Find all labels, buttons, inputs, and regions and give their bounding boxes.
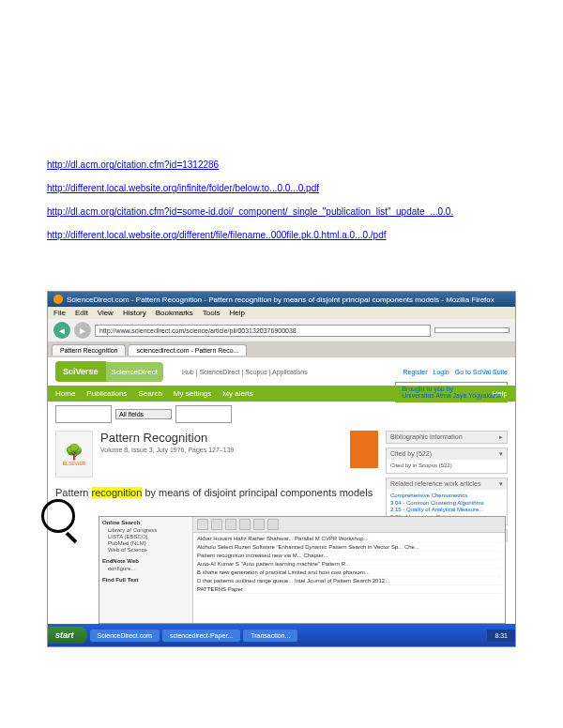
hyperlink-3[interactable]: http://dl.acm.org/citation.cfm?id=some-i… [47, 206, 516, 217]
menu-history[interactable]: History [123, 309, 146, 317]
firefox-icon [53, 295, 63, 304]
nav-publications[interactable]: Publications [86, 389, 127, 398]
hyperlink-1[interactable]: http://dl.acm.org/citation.cfm?id=131228… [47, 159, 516, 170]
window-title: ScienceDirect.com - Pattern Recognition … [67, 296, 495, 304]
tab-1[interactable]: Pattern Recognition [52, 344, 126, 356]
en-item[interactable]: configure... [102, 566, 190, 571]
journal-cover[interactable] [350, 431, 378, 468]
browser-screenshot: ScienceDirect.com - Pattern Recognition … [47, 291, 516, 647]
window-titlebar: ScienceDirect.com - Pattern Recognition … [48, 292, 515, 307]
search-input[interactable] [434, 327, 510, 333]
nav-search[interactable]: Search [138, 389, 161, 398]
sidebar-biblio-head[interactable]: Bibliographic information▸ [387, 432, 507, 443]
sd-search-input-2[interactable] [175, 405, 232, 423]
en-item[interactable]: Library of Congress [102, 527, 190, 533]
url-input[interactable]: http://www.sciencedirect.com/science/art… [95, 325, 431, 337]
tray-clock: 8:31 [495, 632, 508, 639]
endnote-toolbar [193, 517, 505, 533]
en-item[interactable]: LISTA (EBSCO) [102, 534, 190, 539]
top-nav[interactable]: Hub | ScienceDirect | Scopus | Applicati… [182, 369, 308, 375]
journal-issue: Volume 8, Issue 3, July 1976, Pages 127–… [100, 447, 234, 453]
register-link[interactable]: Register [403, 369, 427, 375]
forward-button[interactable]: ► [74, 322, 91, 339]
en-ref-row[interactable]: B shahe new generation of practical Limi… [197, 569, 501, 577]
institution-box: Brought to you by Universitas Atma Jaya … [395, 382, 508, 402]
taskbar-item[interactable]: ScienceDirect.com [90, 629, 160, 642]
menu-bar[interactable]: File Edit View History Bookmarks Tools H… [48, 307, 515, 319]
endnote-window: Online Search Library of Congress LISTA … [99, 516, 506, 624]
taskbar-item[interactable]: sciencedirect-Paper... [162, 629, 240, 642]
sciencedirect-logo[interactable]: ScienceDirect [106, 362, 163, 382]
en-item[interactable]: PubMed (NLM) [102, 540, 190, 546]
back-button[interactable]: ◄ [53, 322, 70, 339]
sd-field-dropdown[interactable]: All fields [115, 409, 172, 419]
en-group-online[interactable]: Online Search [102, 520, 190, 525]
taskbar-item[interactable]: Transaction... [243, 629, 297, 642]
nav-toolbar: ◄ ► http://www.sciencedirect.com/science… [48, 319, 515, 342]
hyperlink-4[interactable]: http://different.local.website.org/diffe… [47, 230, 516, 240]
system-tray[interactable]: 8:31 [487, 629, 515, 642]
en-tool-icon[interactable] [253, 519, 265, 530]
en-ref-row[interactable]: Aldholo Select Rozen Software "Enhanced … [197, 543, 501, 552]
en-tool-icon[interactable] [197, 519, 208, 530]
en-ref-row[interactable]: Akbar Husaini Hafiz Rather Shahwar... Pa… [197, 535, 501, 543]
en-ref-row[interactable]: D that patterns outlined range queue... … [197, 577, 501, 585]
endnote-ref-list[interactable]: Akbar Husaini Hafiz Rather Shahwar... Pa… [193, 533, 505, 596]
elsevier-logo: 🌳 ELSEVIER [55, 431, 93, 478]
nav-home[interactable]: Home [55, 389, 75, 398]
tab-bar: Pattern Recognition sciencedirect.com - … [48, 342, 515, 357]
journal-title[interactable]: Pattern Recognition [100, 431, 234, 445]
sciverse-logo[interactable]: SciVerse [55, 361, 106, 382]
en-tool-icon[interactable] [225, 519, 236, 530]
menu-view[interactable]: View [98, 309, 114, 317]
magnifier-icon [41, 499, 75, 533]
menu-file[interactable]: File [53, 309, 66, 317]
related-link-1[interactable]: Comprehensive Chemometrics [390, 493, 467, 498]
en-tool-icon[interactable] [211, 519, 222, 530]
search-row: All fields [48, 402, 515, 427]
en-tool-icon[interactable] [239, 519, 251, 530]
sidebar-related-head[interactable]: Related reference work articles▾ [387, 478, 507, 490]
start-button[interactable]: start [48, 627, 87, 644]
login-link[interactable]: Login [434, 369, 449, 375]
article-title: Pattern recognition by means of disjoint… [55, 487, 378, 498]
en-ref-row[interactable]: PATTERNS Paper [197, 585, 501, 594]
nav-myalerts[interactable]: My alerts [222, 389, 252, 398]
related-link-2[interactable]: 3.04 - Common Clustering Algorithms [390, 500, 484, 506]
nav-mysettings[interactable]: My settings [174, 389, 211, 398]
menu-tools[interactable]: Tools [203, 309, 221, 317]
hyperlink-2[interactable]: http://different.local.website.org/infin… [47, 183, 516, 193]
menu-edit[interactable]: Edit [75, 309, 88, 317]
related-link-3[interactable]: 2.15 - Quality of Analytical Measure... [390, 507, 483, 512]
tab-2[interactable]: sciencedirect.com - Pattern Reco... [128, 344, 247, 356]
sidebar-citedby-head[interactable]: Cited by (522)▾ [387, 448, 507, 460]
menu-help[interactable]: Help [229, 309, 244, 317]
en-group-fulltext[interactable]: Find Full Text [102, 577, 190, 583]
scival-link[interactable]: Go to SciVal Suite [455, 369, 508, 375]
sd-search-input[interactable] [55, 405, 112, 423]
endnote-groups: Online Search Library of Congress LISTA … [99, 517, 193, 623]
sidebar-citedby-body: Cited by in Scopus (522) [387, 460, 507, 473]
menu-bookmarks[interactable]: Bookmarks [156, 309, 193, 317]
en-ref-row[interactable]: Auto-AI Kumar S "Auto pattern learning m… [197, 560, 501, 569]
windows-taskbar: start ScienceDirect.com sciencedirect-Pa… [48, 624, 515, 646]
en-tool-icon[interactable] [267, 519, 279, 530]
en-group-web[interactable]: EndNote Web [102, 558, 190, 564]
en-ref-row[interactable]: Pattern recognition increased new via M.… [197, 552, 501, 560]
en-item[interactable]: Web of Science [102, 547, 190, 553]
